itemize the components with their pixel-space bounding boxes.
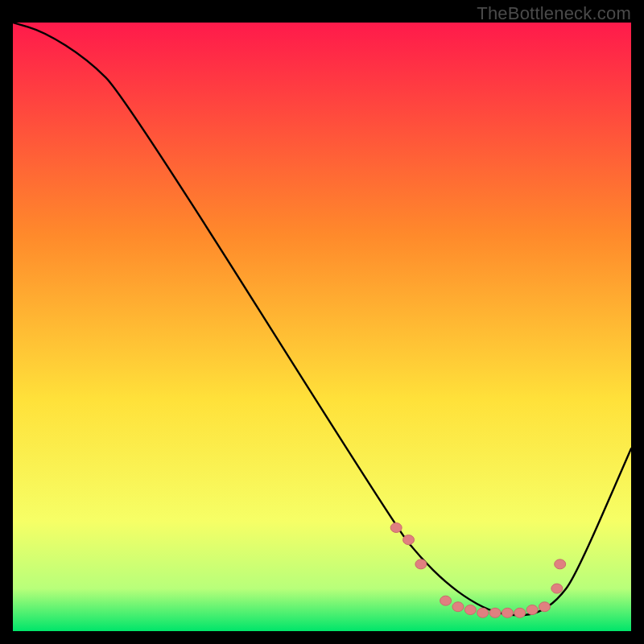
curve-marker [555,559,566,569]
curve-marker [390,522,402,532]
curve-marker [526,605,538,615]
chart-frame: TheBottleneck.com [0,0,644,644]
chart-svg [13,23,631,631]
curve-marker [539,602,550,612]
curve-marker [452,602,464,612]
curve-marker [440,596,452,605]
curve-marker [551,584,563,593]
curve-marker [477,608,489,617]
curve-marker [502,608,513,617]
curve-marker [415,559,427,569]
plot-area [13,23,631,631]
gradient-background [13,23,631,631]
curve-marker [489,608,501,617]
curve-marker [403,535,415,545]
curve-marker [514,608,526,617]
watermark-text: TheBottleneck.com [477,3,631,24]
curve-marker [464,605,476,615]
